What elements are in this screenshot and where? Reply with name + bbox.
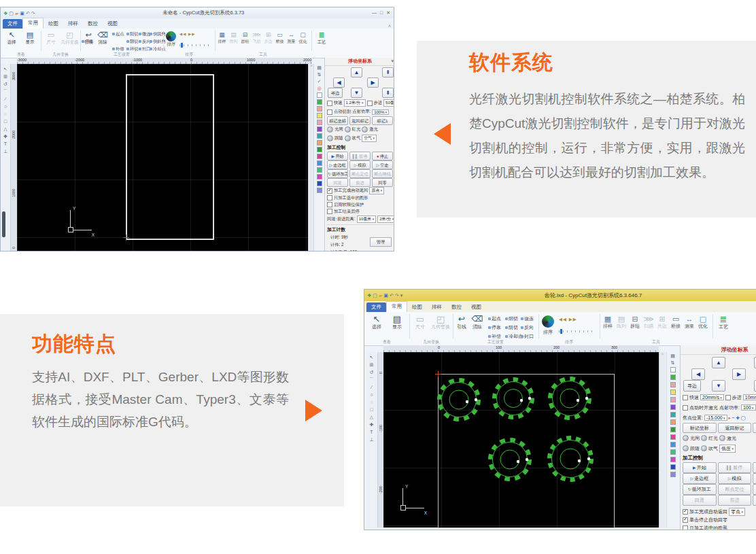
layer-color-chip[interactable] [670, 457, 676, 462]
backward-button[interactable]: 回退 [327, 178, 348, 187]
draw-tool-icon[interactable]: ∕ [5, 97, 5, 101]
fast-speed-select[interactable]: 20mm/s [700, 394, 724, 400]
draw-tool-icon[interactable]: ○ [370, 392, 373, 397]
draw-tool-icon[interactable]: ↺ [3, 82, 7, 86]
app-icon[interactable]: ❖ [3, 11, 7, 16]
outer-cut-button[interactable]: 阳切 [505, 315, 518, 322]
jog-right-button[interactable]: ▶ [367, 77, 379, 88]
mark-coord-button[interactable]: 标记坐标 [683, 423, 717, 433]
no-output-layer-icon[interactable]: ◎ [317, 86, 321, 91]
draw-tool-icon[interactable]: ◌ [370, 400, 373, 404]
draw-tool-icon[interactable]: T [370, 430, 373, 434]
tool-nest-button[interactable]: ▦ 排样 [216, 31, 228, 45]
breakpoint-locate-button[interactable]: 断点定位 [349, 169, 371, 178]
selected-only-checkbox[interactable] [327, 195, 332, 201]
tool-nest-button[interactable]: ▦ 排样 [601, 315, 615, 330]
return-point-select[interactable]: 零点 [729, 508, 745, 516]
titlebar[interactable]: ❖ ▢ ▰ ▣ ↶ ↷ 未命名 - CypCut激光切割系统6.3.73 — □… [1, 7, 394, 19]
auto-return-checkbox[interactable] [683, 509, 688, 515]
select-button[interactable]: ↖ 选择 [367, 315, 386, 330]
undo-icon[interactable]: ↶ [390, 293, 394, 298]
drawing-canvas[interactable]: YX [17, 64, 308, 252]
panel-header[interactable]: 浮动坐标系▾ [681, 345, 756, 355]
sort-order-icon[interactable]: ⇅ [671, 360, 675, 366]
mark-select[interactable]: 标记1 [753, 423, 756, 433]
tool-optimize-button[interactable]: ▢ 优化 [297, 31, 309, 45]
dock-button[interactable]: 停靠 [82, 39, 94, 45]
backward-button[interactable]: 回退 [683, 495, 717, 506]
app-icon[interactable]: ❖ [367, 293, 371, 298]
layer-color-chip[interactable] [670, 464, 676, 470]
draw-tool-icon[interactable]: ⊞ [370, 362, 374, 367]
frame-button[interactable]: ▷走边框 [683, 473, 717, 484]
layer-color-chip[interactable] [670, 389, 676, 395]
draw-tool-icon[interactable]: □ [4, 119, 7, 124]
layer-color-chip[interactable] [670, 434, 676, 440]
save-icon[interactable]: ▣ [20, 11, 24, 16]
layer-color-chip[interactable] [670, 472, 676, 477]
print-preview-icon[interactable]: ▤ [317, 65, 322, 71]
layer-color-chip[interactable] [317, 167, 322, 173]
tool-coedge-button[interactable]: ⊞ 共边 [262, 31, 274, 45]
display-button[interactable]: ▤ 显示 [388, 315, 407, 330]
start-point-button[interactable]: 起点 [112, 31, 124, 37]
jog-laser-checkbox[interactable] [683, 405, 688, 411]
pause-button[interactable]: ▌▌暂停 [349, 152, 371, 160]
draw-tool-icon[interactable]: ⊞ [3, 74, 7, 79]
lead-line-button[interactable]: ↩ 引线 [454, 315, 469, 330]
layer-color-chip[interactable] [670, 442, 676, 447]
open-file-icon[interactable]: ▰ [15, 11, 18, 16]
layer-color-chip[interactable] [317, 147, 322, 152]
inner-cut-button[interactable]: 阴切 [126, 39, 139, 45]
jog-up-button[interactable]: ▲ [712, 357, 725, 368]
return-point-select[interactable]: 原点 [369, 187, 384, 194]
draw-tool-icon[interactable]: ∕ [371, 385, 372, 389]
tab-common[interactable]: 常用 [22, 18, 44, 29]
draw-tool-icon[interactable]: ↖ [3, 67, 7, 71]
toolstrip-scroll-handle[interactable] [2, 211, 5, 237]
new-file-icon[interactable]: ▢ [373, 293, 377, 298]
draw-tool-icon[interactable]: ↖ [370, 355, 374, 360]
tool-bridge-button[interactable]: ▭ 桥接 [669, 315, 683, 330]
size-button[interactable]: ▭ 尺寸 [42, 31, 60, 46]
tab-draw[interactable]: 绘图 [44, 19, 63, 29]
layer-color-chip[interactable] [317, 99, 322, 105]
mark-select[interactable]: 标记1 [372, 116, 393, 125]
gas-select[interactable]: 低压 [719, 445, 736, 453]
stop-button[interactable]: ●停止 [372, 152, 393, 160]
print-preview-icon[interactable]: ▤ [670, 353, 675, 359]
jog-down-button[interactable]: ▼ [712, 380, 725, 392]
select-button[interactable]: ↖ 选择 [3, 31, 20, 46]
tool-measure-button[interactable]: ↔ 测量 [683, 315, 696, 330]
tab-common[interactable]: 常用 [386, 301, 407, 312]
stop-button[interactable]: ●停止 [753, 462, 756, 473]
draw-tool-icon[interactable]: △ [370, 415, 373, 419]
layer-color-chip[interactable] [317, 106, 322, 111]
outer-cut-button[interactable]: 阳切 [126, 31, 139, 37]
layer-color-chip[interactable] [317, 113, 322, 118]
draw-tool-icon[interactable]: ⊥ [3, 149, 7, 154]
tab-view[interactable]: 视图 [103, 19, 122, 29]
tool-array-button[interactable]: ▤ 阵列 [228, 31, 239, 45]
dock-button[interactable]: 停靠 [488, 324, 501, 331]
redo-icon[interactable]: ↷ [395, 293, 399, 298]
minimize-button[interactable]: — [372, 10, 377, 16]
jog-up-button[interactable]: ▲ [351, 67, 362, 77]
distance-select[interactable]: 10毫米 [357, 215, 377, 223]
edge-find-button[interactable]: 寻边 [328, 88, 343, 98]
sort-button[interactable]: 排序 [540, 329, 556, 336]
draw-tool-icon[interactable]: ⊥ [369, 437, 373, 442]
layer-color-chip[interactable] [317, 154, 322, 159]
focus-zero-button[interactable]: ◯ [741, 415, 746, 420]
layer-color-chip[interactable] [317, 174, 322, 179]
tab-nest[interactable]: 排样 [427, 302, 447, 312]
layer-color-chip[interactable] [317, 181, 322, 186]
draw-tool-icon[interactable]: ◌ [4, 111, 7, 116]
draw-tool-icon[interactable]: ✚ [3, 134, 7, 139]
gas-select[interactable]: 空气 [362, 135, 377, 142]
fast-checkbox[interactable] [683, 395, 688, 400]
soft-limit-checkbox[interactable] [327, 202, 332, 207]
go-zero-button[interactable]: 回零 [753, 495, 756, 506]
collapse-ribbon-icon[interactable]: ˄ [388, 24, 391, 29]
sort-slider-thumb[interactable] [560, 329, 562, 334]
